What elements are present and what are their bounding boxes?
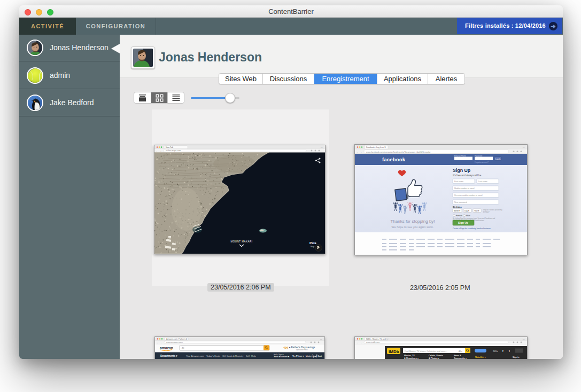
svg-text:—: — [523,146,525,148]
svg-text:Last name: Last name [478,181,487,183]
svg-text:Lists ▾: Lists ▾ [306,355,313,357]
svg-text:Male: Male [466,215,470,217]
svg-text:Gift Cards & Registry: Gift Cards & Registry [222,355,244,357]
svg-text:& Showtimes ▾: & Showtimes ▾ [404,357,419,359]
svg-text:Year ▾: Year ▾ [474,210,479,212]
svg-text:← →: ← → [357,151,362,153]
svg-text:Pata: Pata [309,241,316,245]
svg-text:Help: Help [251,355,256,357]
svg-text:www.amazon.com: www.amazon.com [166,341,183,343]
svg-text:Female: Female [456,215,462,217]
svg-text:Your Account ▾: Your Account ▾ [274,355,290,358]
svg-text:▸ Father's Day savings: ▸ Father's Day savings [289,346,315,349]
svg-text:First name: First name [454,181,463,183]
svg-text:Month ▾: Month ▾ [454,210,460,212]
svg-text:a.tiles.maps.com: a.tiles.maps.com [166,150,181,152]
svg-text:Movies, TV: Movies, TV [404,355,415,357]
svg-text:All: All [182,347,184,349]
svg-text:Today's Deals: Today's Deals [206,355,220,357]
svg-text:IMDb - Movies, TV and C: IMDb - Movies, TV and C [366,338,388,340]
svg-text:& Photos ▾: & Photos ▾ [429,357,440,359]
svg-text:Email or Phone: Email or Phone [454,155,466,157]
svg-text:www.facebook.com/campaign/land: www.facebook.com/campaign/landing.php?&c… [366,151,431,153]
svg-text:News &: News & [454,355,461,357]
svg-text:Password: Password [475,155,482,157]
svg-text:—: — [321,146,323,148]
svg-text:Cart: Cart [317,355,322,357]
svg-text:Celebs, Events: Celebs, Events [429,355,443,357]
svg-text:All ▾: All ▾ [459,350,462,352]
svg-text:Day ▾: Day ▾ [464,210,469,212]
svg-text:Your Amazon.com: Your Amazon.com [186,355,204,357]
svg-text:www.imdb.com: www.imdb.com [366,341,380,343]
svg-text:Re-enter mobile number or emai: Re-enter mobile number or email [454,194,483,197]
svg-text:Map: Map [311,246,314,248]
svg-text:IMDb: IMDb [493,350,498,352]
svg-text:Sell: Sell [246,355,250,357]
svg-text:← →: ← → [156,150,161,152]
svg-text:Watchlist ▾: Watchlist ▾ [475,356,486,358]
svg-text:Mobile number or email: Mobile number or email [454,187,475,190]
svg-text:Departments ▾: Departments ▾ [160,355,177,357]
svg-text:Amazon.com: Father's D: Amazon.com: Father's D [166,338,188,340]
svg-text:Sign Up: Sign Up [458,221,468,224]
svg-text:Log In: Log In [495,158,501,160]
svg-text:facebook: facebook [382,156,406,162]
svg-text:Find Movies, TV shows, Celebri: Find Movies, TV shows, Celebrities and m… [405,350,447,352]
svg-text:—: — [320,338,322,340]
svg-text:Create a Page for a celebrity,: Create a Page for a celebrity, band or b… [453,228,491,230]
svg-text:← →: ← → [157,341,162,344]
svg-text:New Tab: New Tab [166,146,173,148]
svg-text:It's free and always will be.: It's free and always will be. [453,174,482,177]
svg-text:Try Prime ▾: Try Prime ▾ [292,355,304,357]
svg-text:birthday?: birthday? [483,211,490,213]
svg-text:Forgotten account?: Forgotten account? [475,161,489,163]
svg-text:New password: New password [454,201,467,203]
svg-text:Facebook - Log In or S: Facebook - Log In or S [366,146,386,148]
svg-text:MOUNT MAKARI: MOUNT MAKARI [231,240,253,243]
svg-text:IMDb: IMDb [389,349,399,354]
svg-text:sponsored FHBO: sponsored FHBO [296,349,308,351]
svg-text:We hope to see you again soon.: We hope to see you again soon. [392,225,434,229]
svg-text:Community ▾: Community ▾ [454,357,467,359]
svg-text:← →: ← → [357,341,362,344]
svg-text:Thanks for stopping by!: Thanks for stopping by! [390,219,435,224]
svg-text:Sign in: Sign in [513,356,520,358]
svg-text:—: — [523,338,525,340]
svg-text:Birthday: Birthday [453,206,462,208]
svg-text:49¢: 49¢ [283,346,288,349]
svg-text:Sign Up: Sign Up [453,168,471,173]
